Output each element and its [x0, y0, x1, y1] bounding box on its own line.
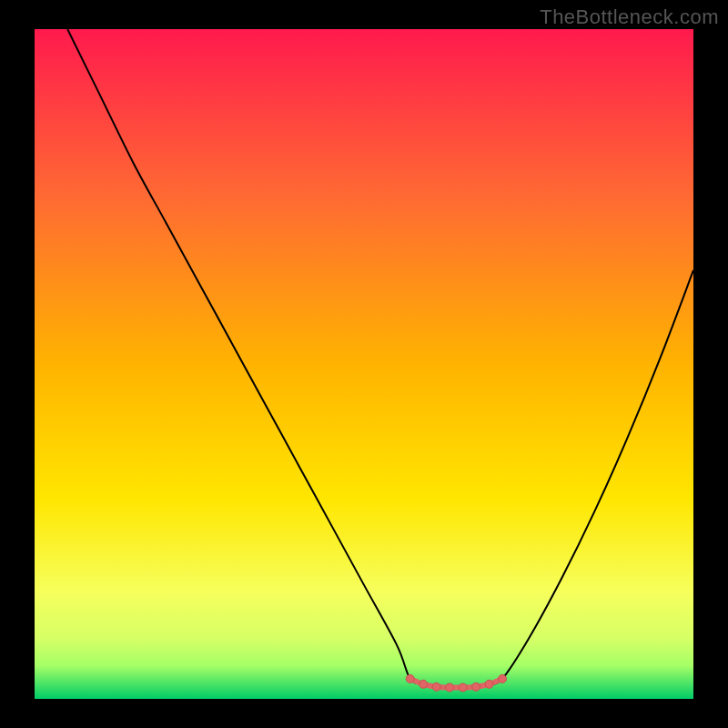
plot-area [35, 29, 693, 699]
valley-dot [459, 683, 467, 692]
watermark-text: TheBottleneck.com [540, 5, 719, 29]
bottleneck-curve [35, 29, 693, 699]
valley-dot [406, 674, 414, 682]
curve-line [67, 29, 693, 688]
valley-dot [472, 682, 480, 691]
valley-dot [485, 680, 493, 688]
valley-dot [420, 680, 428, 688]
valley-dot [446, 683, 454, 692]
valley-dot [499, 674, 507, 682]
chart-frame: TheBottleneck.com [0, 0, 728, 728]
valley-dot [432, 682, 440, 691]
